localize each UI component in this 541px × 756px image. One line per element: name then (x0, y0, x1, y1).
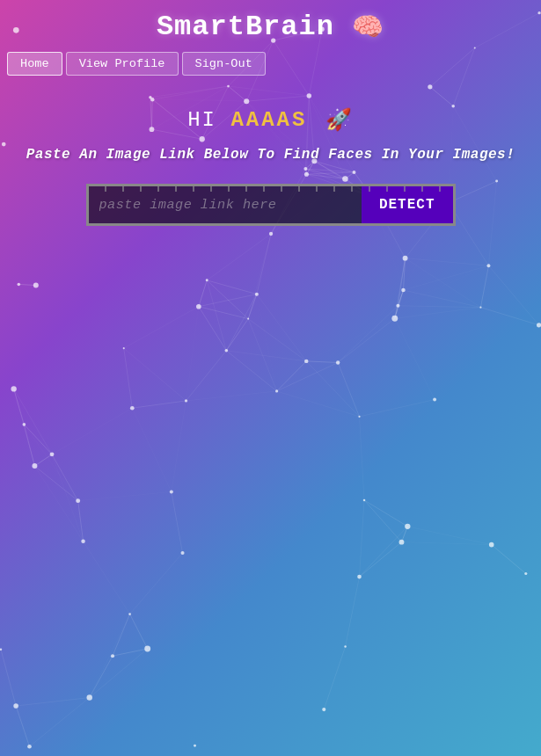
greeting: Hi AAAAS 🚀 (0, 107, 541, 133)
navigation: Home View Profile Sign-Out (0, 47, 541, 81)
view-profile-button[interactable]: View Profile (66, 52, 179, 76)
home-button[interactable]: Home (7, 52, 62, 76)
subtitle-text: Paste An Image Link Below To Find Faces … (0, 147, 541, 163)
username-display: AAAAS (230, 108, 307, 132)
image-url-input[interactable] (89, 186, 362, 223)
rocket-icon: 🚀 (325, 109, 354, 133)
input-decoration (89, 186, 453, 192)
detect-button[interactable]: DETECT (362, 186, 453, 223)
brain-icon: 🧠 (352, 14, 384, 43)
app-header: SmartBrain 🧠 (0, 0, 541, 47)
sign-out-button[interactable]: Sign-Out (182, 52, 266, 76)
app-title-text: SmartBrain (157, 11, 334, 43)
greeting-prefix: Hi (187, 108, 230, 132)
image-input-container: DETECT (86, 184, 456, 226)
main-content: Hi AAAAS 🚀 Paste An Image Link Below To … (0, 107, 541, 226)
app-title: SmartBrain 🧠 (157, 11, 384, 43)
